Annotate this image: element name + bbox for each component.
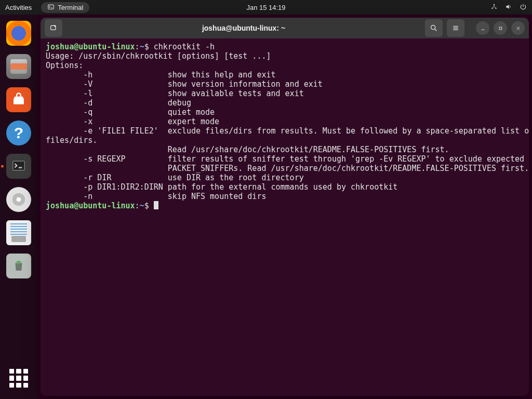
files-icon[interactable] <box>6 54 31 79</box>
out-wrap-1: files/dirs. <box>46 136 97 145</box>
prompt-user: joshua <box>46 42 74 51</box>
opt-s-desc: filter results of sniffer test through '… <box>168 154 524 164</box>
opt-x-flag: -x <box>46 117 168 126</box>
opt-x-desc: expert mode <box>168 117 219 126</box>
terminal-window: joshua@ubuntu-linux: ~ joshua@ubuntu-lin… <box>41 18 529 396</box>
opt-e-desc: exclude files/dirs from results. Must be… <box>168 126 529 136</box>
opt-p-desc: path for the external commands used by c… <box>168 182 398 192</box>
disc-icon[interactable] <box>6 187 31 212</box>
opt-l-flag: -l <box>46 89 168 98</box>
opt-n-desc: skip NFS mounted dirs <box>168 192 267 201</box>
svg-rect-0 <box>48 5 54 9</box>
svg-point-6 <box>431 25 435 30</box>
opt-n-flag: -n <box>46 192 168 201</box>
opt-p-flag: -p DIR1:DIR2:DIRN <box>46 182 168 192</box>
clock[interactable]: Jan 15 14:19 <box>246 4 285 11</box>
sound-icon[interactable] <box>505 3 512 12</box>
minimize-button[interactable] <box>476 21 489 35</box>
opt-r-flag: -r DIR <box>46 173 168 182</box>
svg-rect-7 <box>499 27 502 30</box>
trash-icon[interactable] <box>6 254 31 278</box>
opt-V-flag: -V <box>46 79 168 89</box>
firefox-icon[interactable] <box>6 21 31 46</box>
opt-s-flag: -s REGEXP <box>46 154 168 164</box>
opt-q-flag: -q <box>46 108 168 117</box>
save-icon[interactable] <box>6 220 31 245</box>
opt-r-desc: use DIR as the root directory <box>168 173 304 182</box>
prompt2-user: joshua <box>46 201 74 210</box>
terminal-icon[interactable] <box>6 154 31 179</box>
out-wrap-2: Read /usr/share/doc/chkrootkit/README.FA… <box>46 145 449 154</box>
out-usage: Usage: /usr/sbin/chkrootkit [options] [t… <box>46 51 271 61</box>
gnome-topbar: Activities Terminal Jan 15 14:19 <box>0 0 532 15</box>
show-applications-icon[interactable] <box>9 369 28 388</box>
opt-V-desc: show version information and exit <box>168 79 323 89</box>
command-1: chkrootkit -h <box>154 42 215 51</box>
opt-d-desc: debug <box>168 98 191 108</box>
power-icon[interactable] <box>520 3 527 12</box>
out-wrap-3: PACKET_SNIFFERs. Read /usr/share/doc/chk… <box>46 164 529 173</box>
hamburger-menu-button[interactable] <box>447 19 464 37</box>
new-tab-button[interactable] <box>45 19 62 37</box>
prompt-host: ubuntu-linux <box>78 42 135 51</box>
prompt-path: ~ <box>140 42 144 51</box>
opt-l-desc: show available tests and exit <box>168 89 304 98</box>
window-title: joshua@ubuntu-linux: ~ <box>66 24 421 32</box>
out-options-label: Options: <box>46 61 83 70</box>
opt-h-flag: -h <box>46 70 168 79</box>
software-icon[interactable] <box>6 87 31 112</box>
opt-q-desc: quiet mode <box>168 108 215 117</box>
app-menu[interactable]: Terminal <box>41 2 89 13</box>
app-menu-label: Terminal <box>58 4 83 11</box>
opt-d-flag: -d <box>46 98 168 108</box>
terminal-content[interactable]: joshua@ubuntu-linux:~$ chkrootkit -h Usa… <box>41 38 529 396</box>
network-icon[interactable] <box>490 3 498 12</box>
search-button[interactable] <box>425 19 443 37</box>
ubuntu-dock: ? <box>0 15 37 399</box>
opt-h-desc: show this help and exit <box>168 70 276 79</box>
svg-point-1 <box>494 4 495 5</box>
close-button[interactable] <box>511 21 525 35</box>
svg-rect-4 <box>13 161 25 170</box>
titlebar: joshua@ubuntu-linux: ~ <box>41 18 529 38</box>
opt-e-flag: -e 'FILE1 FILE2' <box>46 126 168 136</box>
activities-button[interactable]: Activities <box>5 4 32 11</box>
help-icon[interactable]: ? <box>6 121 31 145</box>
cursor <box>154 201 158 209</box>
maximize-button[interactable] <box>494 21 507 35</box>
